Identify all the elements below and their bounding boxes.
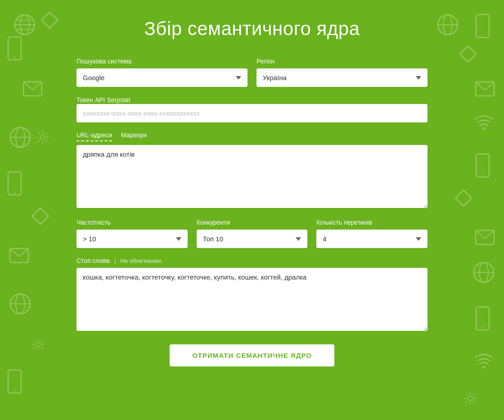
svg-point-35 bbox=[474, 262, 494, 282]
region-group: Регіон Україна Росія США bbox=[256, 58, 428, 87]
bg-icon-diamond-r2 bbox=[454, 189, 472, 207]
svg-point-24 bbox=[482, 34, 484, 36]
bg-icon-phone-l2 bbox=[7, 171, 22, 196]
bg-icon-diamond-l2 bbox=[32, 207, 50, 225]
bg-icon-gear-l2 bbox=[32, 338, 45, 351]
tab-urls[interactable]: URL-адреси bbox=[76, 131, 112, 141]
api-token-input[interactable] bbox=[76, 104, 428, 122]
svg-point-10 bbox=[16, 127, 25, 147]
intersections-label: Кількість перетинів bbox=[316, 219, 428, 226]
stopwords-optional: Не обов'язково bbox=[120, 257, 162, 264]
bg-icon-globe-r1 bbox=[436, 14, 459, 36]
bg-icon-globe-tl bbox=[14, 14, 36, 36]
bg-icon-phone-r1 bbox=[475, 14, 490, 38]
stopwords-label: Стоп слова bbox=[76, 257, 110, 264]
svg-point-25 bbox=[438, 15, 458, 35]
bg-icon-phone-l1 bbox=[7, 36, 22, 61]
filters-row: Частотність > 10 > 100 > 1000 Будь-яка К… bbox=[76, 219, 428, 248]
bg-icon-wifi-r2 bbox=[472, 351, 495, 369]
svg-point-7 bbox=[14, 56, 16, 59]
bg-icon-gear-r1 bbox=[464, 392, 477, 405]
svg-point-30 bbox=[482, 127, 485, 130]
bg-icon-mail-r2 bbox=[475, 230, 495, 245]
svg-point-32 bbox=[482, 173, 484, 176]
api-token-label: Токен API Serpstat bbox=[76, 96, 130, 104]
svg-point-9 bbox=[10, 127, 30, 147]
search-engine-label: Пошукова система bbox=[76, 58, 248, 65]
svg-rect-6 bbox=[8, 37, 21, 60]
api-token-row: Токен API Serpstat bbox=[76, 96, 428, 122]
svg-point-22 bbox=[14, 389, 16, 392]
svg-marker-15 bbox=[32, 208, 49, 224]
competitors-label: Конкуренти bbox=[197, 219, 308, 226]
search-engine-group: Пошукова система Google Yandex Bing bbox=[76, 58, 248, 87]
svg-point-17 bbox=[10, 294, 30, 314]
tabs-row: URL-адреси Маркери bbox=[76, 131, 428, 141]
svg-point-26 bbox=[443, 15, 452, 35]
svg-point-20 bbox=[36, 342, 40, 347]
bg-icon-globe-l3 bbox=[9, 293, 32, 315]
svg-point-41 bbox=[468, 396, 472, 401]
svg-point-0 bbox=[15, 15, 35, 35]
intersections-select[interactable]: 1 2 3 4 5 bbox=[316, 230, 428, 248]
svg-point-14 bbox=[14, 191, 16, 194]
bg-icon-mail-l2 bbox=[9, 248, 29, 263]
svg-rect-16 bbox=[10, 248, 28, 262]
page-title: Збір семантичного ядра bbox=[76, 18, 428, 40]
svg-rect-13 bbox=[8, 172, 21, 195]
stopwords-group: Стоп слова | Не обов'язково кошка, когте… bbox=[76, 257, 428, 331]
search-engine-select[interactable]: Google Yandex Bing bbox=[76, 68, 248, 87]
svg-rect-23 bbox=[476, 14, 489, 37]
svg-point-12 bbox=[40, 135, 45, 140]
keywords-textarea[interactable]: дряпка для котів bbox=[76, 145, 428, 208]
search-region-row: Пошукова система Google Yandex Bing Регі… bbox=[76, 58, 428, 87]
tab-markers[interactable]: Маркери bbox=[121, 131, 147, 141]
bg-icon-globe-l2 bbox=[9, 126, 32, 149]
stopwords-textarea[interactable]: кошка, когтеточка, когтеточку, когтеточк… bbox=[76, 268, 428, 331]
bg-icon-phone-r3 bbox=[475, 306, 490, 331]
bg-icon-wifi-r1 bbox=[472, 113, 495, 131]
bg-icon-globe-r2 bbox=[472, 261, 495, 284]
main-container: Збір семантичного ядра Пошукова система … bbox=[68, 0, 436, 389]
svg-rect-34 bbox=[476, 230, 494, 244]
intersections-group: Кількість перетинів 1 2 3 4 5 bbox=[316, 219, 428, 248]
frequency-select[interactable]: > 10 > 100 > 1000 Будь-яка bbox=[76, 230, 188, 248]
urls-section: URL-адреси Маркери дряпка для котів bbox=[76, 131, 428, 210]
svg-point-36 bbox=[479, 262, 488, 282]
bg-icon-gear-l1 bbox=[36, 131, 50, 144]
stopwords-label-row: Стоп слова | Не обов'язково bbox=[76, 257, 428, 264]
region-label: Регіон bbox=[256, 58, 428, 65]
submit-button[interactable]: ОТРИМАТИ СЕМАНТИЧНЕ ЯДРО bbox=[170, 344, 334, 366]
svg-rect-29 bbox=[476, 82, 494, 96]
svg-marker-28 bbox=[460, 46, 476, 62]
region-select[interactable]: Україна Росія США bbox=[256, 68, 428, 87]
svg-point-1 bbox=[20, 15, 29, 35]
bg-icon-phone-r2 bbox=[475, 153, 490, 178]
svg-point-39 bbox=[482, 326, 484, 329]
svg-rect-21 bbox=[8, 370, 21, 393]
bg-icon-mail-l1 bbox=[22, 81, 43, 97]
svg-rect-38 bbox=[476, 307, 489, 330]
bg-icon-diamond-r1 bbox=[459, 45, 477, 63]
svg-rect-31 bbox=[476, 154, 489, 177]
svg-point-40 bbox=[482, 366, 485, 369]
competitors-group: Конкуренти Топ 10 Топ 20 Топ 50 bbox=[197, 219, 308, 248]
frequency-group: Частотність > 10 > 100 > 1000 Будь-яка bbox=[76, 219, 188, 248]
svg-marker-5 bbox=[41, 12, 58, 28]
svg-marker-33 bbox=[455, 190, 472, 206]
bg-icon-mail-r1 bbox=[475, 81, 495, 97]
stopwords-separator: | bbox=[114, 257, 116, 264]
form-card: Пошукова система Google Yandex Bing Регі… bbox=[76, 58, 428, 366]
svg-point-18 bbox=[16, 294, 25, 314]
bg-icon-phone-l3 bbox=[7, 369, 22, 394]
competitors-select[interactable]: Топ 10 Топ 20 Топ 50 bbox=[197, 230, 308, 248]
svg-rect-8 bbox=[23, 82, 42, 96]
frequency-label: Частотність bbox=[76, 219, 188, 226]
bg-icon-diamond-tl bbox=[40, 11, 58, 29]
